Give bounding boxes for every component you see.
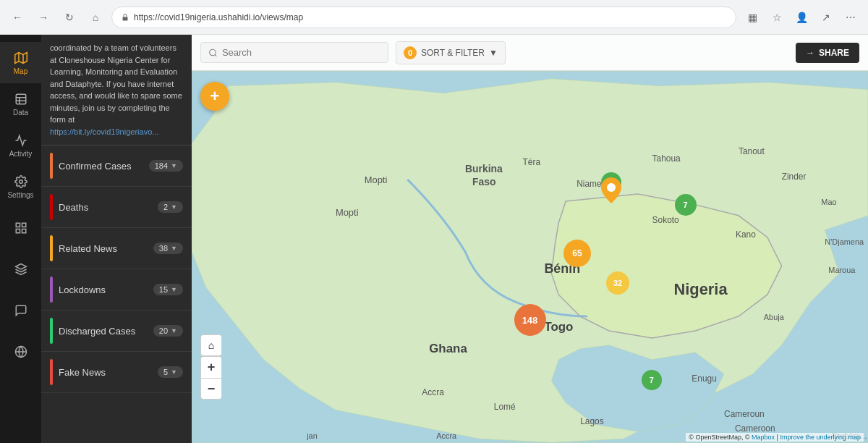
browser-chrome: ← → ↻ ⌂ https://covid19nigeria.ushahidi.… [0,0,868,35]
svg-text:Enugu: Enugu [692,374,716,384]
svg-text:jan: jan [306,431,318,440]
category-label: Lockdowns [59,284,153,295]
data-icon [14,92,28,106]
category-color-bar [50,359,53,385]
sidebar-item-chat[interactable] [0,290,41,331]
sidebar-item-map[interactable]: Map [0,42,41,83]
refresh-button[interactable]: ↻ [59,7,80,28]
category-discharged[interactable]: Discharged Cases 20 ▼ [41,311,192,352]
sidebar-activity-label: Activity [9,150,33,158]
category-confirmed[interactable]: Confirmed Cases 184 ▼ [41,145,192,187]
svg-point-16 [210,49,216,56]
profile-button[interactable]: 👤 [791,7,812,28]
menu-button[interactable]: ⋯ [841,7,861,28]
svg-text:Accra: Accra [422,387,444,397]
svg-text:N'Djamena: N'Djamena [825,237,864,246]
bookmark-button[interactable]: ☆ [767,7,787,28]
search-box[interactable] [200,42,388,63]
category-lockdowns[interactable]: Lockdowns 15 ▼ [41,269,192,311]
category-label: Deaths [59,202,158,213]
layers-icon [14,262,28,277]
home-icon: ⌂ [208,339,214,351]
svg-text:Faso: Faso [472,176,495,187]
sidebar-item-layers[interactable] [0,248,41,290]
category-label: Fake News [59,367,158,378]
svg-point-47 [607,183,616,192]
zoom-out-button[interactable]: − [200,378,222,400]
sidebar-icon-rail: Map Data Activity Settings [0,35,41,443]
svg-rect-12 [16,229,20,232]
cluster-65: 65 [563,240,591,267]
description-panel: coordinated by a team of volunteers at C… [41,35,192,145]
app-container: Map Data Activity Settings [0,35,868,443]
svg-rect-10 [22,223,25,227]
home-browser-button[interactable]: ⌂ [85,7,106,28]
category-color-bar [50,194,53,220]
svg-rect-4 [16,94,26,104]
share-browser-button[interactable]: ↗ [816,7,836,28]
search-icon [208,48,218,58]
improve-map-link[interactable]: Improve the underlying map [780,434,861,441]
home-map-button[interactable]: ⌂ [200,334,222,356]
svg-text:Tanout: Tanout [739,146,765,156]
globe-icon [14,345,28,359]
svg-text:Téra: Téra [523,157,541,167]
svg-text:Kano: Kano [736,229,756,240]
svg-line-17 [215,54,216,56]
category-count: 2 [163,203,168,211]
sidebar-item-grid[interactable] [0,207,41,248]
svg-text:Abuja: Abuja [764,313,785,321]
svg-text:Accra: Accra [436,431,457,440]
search-input[interactable] [222,47,380,58]
category-related-news[interactable]: Related News 38 ▼ [41,228,192,269]
add-button[interactable]: + [200,82,229,111]
extensions-button[interactable]: ▦ [742,7,762,28]
filter-button[interactable]: 0 SORT & FILTER ▼ [396,41,506,64]
description-text: coordinated by a team of volunteers at C… [50,43,182,124]
share-button[interactable]: → SHARE [796,43,859,63]
map-attribution: © OpenStreetMap, © Mapbox | Improve the … [686,433,864,442]
back-button[interactable]: ← [7,7,27,28]
svg-text:Togo: Togo [544,320,573,334]
sidebar-item-data[interactable]: Data [0,83,41,125]
svg-marker-1 [14,52,27,63]
svg-text:Maroua: Maroua [828,266,856,274]
chevron-down-icon: ▼ [171,286,177,293]
map-icon [14,51,28,65]
grid-icon [14,221,28,235]
sidebar-item-activity[interactable]: Activity [0,125,41,166]
chevron-down-icon: ▼ [171,203,177,211]
sidebar-item-globe[interactable] [0,331,41,372]
svg-rect-9 [16,223,20,227]
plus-icon: + [210,87,220,106]
category-color-bar [50,277,53,303]
sidebar-settings-label: Settings [7,191,33,199]
svg-text:Ghana: Ghana [429,342,467,355]
svg-text:Sokoto: Sokoto [652,215,679,225]
category-deaths[interactable]: Deaths 2 ▼ [41,187,192,228]
svg-text:Burkina: Burkina [465,163,503,174]
category-badge: 2 ▼ [158,201,183,213]
sidebar: Map Data Activity Settings [0,35,192,443]
zoom-in-button[interactable]: + [200,356,222,378]
sidebar-data-label: Data [13,109,28,117]
chevron-down-icon: ▼ [171,327,177,334]
address-bar[interactable]: https://covid19nigeria.ushahidi.io/views… [111,7,736,28]
map-svg: Burkina Faso Mopti Téra Niamey Tahoua Ta… [192,71,868,443]
category-color-bar [50,235,53,261]
svg-rect-11 [22,229,25,232]
forward-button[interactable]: → [33,7,54,28]
categories-container: Confirmed Cases 184 ▼ Deaths 2 ▼ Related… [41,145,192,393]
svg-text:Mopti: Mopti [365,174,388,185]
category-count: 38 [159,244,168,253]
mapbox-link[interactable]: Mapbox [752,434,775,441]
cluster-32: 32 [606,271,629,295]
svg-marker-13 [15,263,26,269]
map-toolbar: 0 SORT & FILTER ▼ → SHARE [192,35,868,71]
category-fake-news[interactable]: Fake News 5 ▼ [41,352,192,393]
category-badge: 15 ▼ [153,284,183,295]
description-link[interactable]: https://bit.ly/covid19nigeriavo... [50,127,158,136]
sidebar-item-settings[interactable]: Settings [0,166,41,207]
category-label: Confirmed Cases [59,161,149,172]
chat-icon [14,303,28,318]
